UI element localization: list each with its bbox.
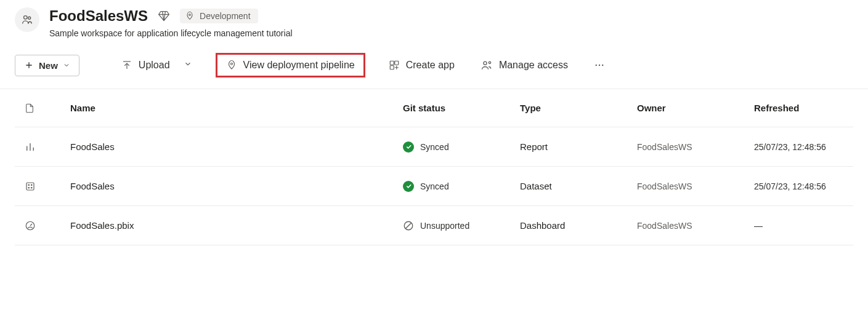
more-options-button[interactable] bbox=[591, 57, 607, 73]
stage-badge[interactable]: Development bbox=[180, 9, 258, 23]
new-button[interactable]: New bbox=[15, 55, 79, 76]
dashboard-icon bbox=[15, 220, 70, 231]
synced-icon bbox=[403, 181, 414, 192]
workspace-subtitle: Sample workspace for application lifecyc… bbox=[49, 28, 293, 38]
table-row[interactable]: FoodSales Synced Dataset FoodSalesWS 25/… bbox=[15, 167, 853, 206]
item-owner: FoodSalesWS bbox=[637, 221, 754, 231]
svg-point-3 bbox=[230, 63, 232, 65]
dataset-icon bbox=[15, 181, 70, 192]
svg-point-1 bbox=[28, 17, 31, 19]
git-status-cell: Synced bbox=[403, 181, 520, 192]
toolbar: New Upload bbox=[0, 47, 868, 89]
plus-icon bbox=[24, 60, 34, 70]
rocket-icon bbox=[185, 11, 195, 21]
item-refreshed: — bbox=[754, 221, 853, 231]
item-type: Dataset bbox=[520, 181, 637, 191]
svg-point-14 bbox=[31, 185, 33, 186]
stage-label: Development bbox=[200, 11, 251, 21]
item-refreshed: 25/07/23, 12:48:56 bbox=[754, 181, 853, 191]
create-app-button[interactable]: Create app bbox=[386, 56, 457, 74]
workspace-avatar bbox=[15, 7, 39, 32]
col-refreshed[interactable]: Refreshed bbox=[754, 103, 853, 113]
col-owner[interactable]: Owner bbox=[637, 103, 754, 113]
ellipsis-icon bbox=[594, 60, 605, 71]
svg-point-11 bbox=[602, 65, 603, 66]
git-status-cell: Synced bbox=[403, 141, 520, 153]
svg-point-8 bbox=[489, 62, 490, 63]
people-icon bbox=[20, 13, 34, 26]
item-refreshed: 25/07/23, 12:48:56 bbox=[754, 142, 853, 152]
workspace-header: FoodSalesWS Development Sample workspace… bbox=[0, 0, 868, 47]
workspace-title: FoodSalesWS bbox=[49, 7, 148, 25]
item-name: FoodSales bbox=[70, 181, 403, 191]
svg-rect-4 bbox=[390, 61, 394, 65]
table-header-row: Name Git status Type Owner Refreshed bbox=[15, 89, 853, 127]
item-type: Report bbox=[520, 141, 637, 152]
svg-rect-12 bbox=[26, 183, 34, 190]
svg-rect-6 bbox=[390, 66, 394, 70]
chevron-down-icon bbox=[63, 62, 70, 69]
app-icon bbox=[389, 60, 400, 71]
col-type[interactable]: Type bbox=[520, 103, 637, 113]
view-deployment-pipeline-button[interactable]: View deployment pipeline bbox=[216, 53, 365, 78]
synced-icon bbox=[403, 141, 414, 153]
items-table: Name Git status Type Owner Refreshed Foo… bbox=[0, 89, 868, 245]
col-git-status[interactable]: Git status bbox=[403, 103, 520, 113]
svg-point-0 bbox=[24, 16, 28, 19]
file-header-icon bbox=[15, 103, 70, 114]
svg-point-10 bbox=[599, 65, 600, 66]
svg-point-2 bbox=[189, 14, 191, 16]
report-icon bbox=[15, 141, 70, 153]
item-name: FoodSales bbox=[70, 141, 403, 152]
item-name: FoodSales.pbix bbox=[70, 220, 403, 231]
item-type: Dashboard bbox=[520, 220, 637, 231]
people-manage-icon bbox=[481, 59, 493, 71]
svg-point-13 bbox=[28, 185, 30, 186]
upload-chevron[interactable] bbox=[181, 57, 195, 73]
svg-rect-5 bbox=[394, 61, 398, 65]
premium-icon bbox=[158, 10, 170, 22]
item-owner: FoodSalesWS bbox=[637, 181, 754, 191]
table-row[interactable]: FoodSales Synced Report FoodSalesWS 25/0… bbox=[15, 127, 853, 167]
item-owner: FoodSalesWS bbox=[637, 142, 754, 152]
svg-point-7 bbox=[484, 62, 487, 65]
svg-point-9 bbox=[595, 65, 596, 66]
upload-button[interactable]: Upload bbox=[119, 56, 172, 74]
unsupported-icon bbox=[403, 220, 414, 231]
svg-point-15 bbox=[28, 187, 30, 188]
upload-icon bbox=[121, 60, 132, 71]
rocket-icon bbox=[226, 60, 237, 71]
manage-access-button[interactable]: Manage access bbox=[478, 55, 570, 75]
table-row[interactable]: FoodSales.pbix Unsupported Dashboard Foo… bbox=[15, 206, 853, 245]
col-name[interactable]: Name bbox=[70, 103, 403, 113]
svg-point-16 bbox=[31, 187, 33, 188]
git-status-cell: Unsupported bbox=[403, 220, 520, 231]
